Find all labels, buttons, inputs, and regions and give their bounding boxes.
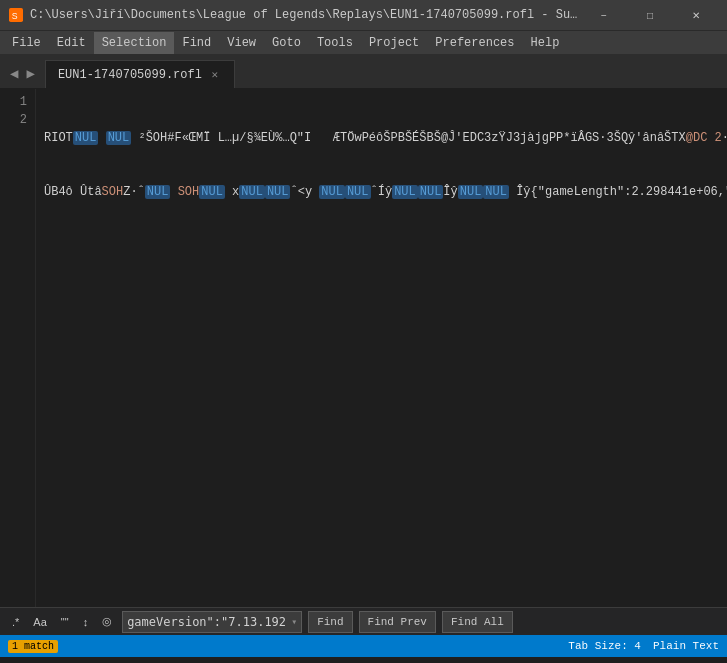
context-button[interactable]: ◎ <box>98 613 116 630</box>
title-bar: S C:\Users\Jiří\Documents\League of Lege… <box>0 0 727 30</box>
find-input-wrapper: ▾ <box>122 611 302 633</box>
window-title: C:\Users\Jiří\Documents\League of Legend… <box>30 8 581 22</box>
regex-toggle-button[interactable]: .* <box>8 614 23 630</box>
window-controls: − □ ✕ <box>581 0 719 30</box>
line-num-2: 2 <box>8 111 27 129</box>
code-line-2: ÛB4ô ÛtâSOHZ·ˆNUL SOHNUL xNULNULˆ<y NULN… <box>44 183 719 201</box>
tab-size[interactable]: Tab Size: 4 <box>568 640 641 652</box>
menu-bar: File Edit Selection Find View Goto Tools… <box>0 30 727 54</box>
tab-label: EUN1-1740705099.rofl <box>58 68 202 82</box>
menu-goto[interactable]: Goto <box>264 32 309 54</box>
find-all-button[interactable]: Find All <box>442 611 513 633</box>
find-input[interactable] <box>127 615 287 629</box>
menu-edit[interactable]: Edit <box>49 32 94 54</box>
line-num-1: 1 <box>8 93 27 111</box>
menu-selection[interactable]: Selection <box>94 32 175 54</box>
menu-project[interactable]: Project <box>361 32 427 54</box>
code-line-1: RIOTNUL NUL ²ŠOH#F«ŒMÏ L…µ/§¾EÙ%…Q"I ÆTÖ… <box>44 129 719 147</box>
preserve-case-button[interactable]: ↕ <box>79 614 93 630</box>
status-left: 1 match <box>8 640 552 653</box>
minimize-button[interactable]: − <box>581 0 627 30</box>
case-toggle-button[interactable]: Aa <box>29 614 50 630</box>
editor-area: 1 2 RIOTNUL NUL ²ŠOH#F«ŒMÏ L…µ/§¾EÙ%…Q"I… <box>0 89 727 607</box>
find-dropdown-arrow[interactable]: ▾ <box>291 616 297 628</box>
tab-close-button[interactable]: ✕ <box>208 68 222 82</box>
app-icon: S <box>8 7 24 23</box>
editor-tab[interactable]: EUN1-1740705099.rofl ✕ <box>45 60 235 88</box>
maximize-button[interactable]: □ <box>627 0 673 30</box>
match-count[interactable]: 1 match <box>8 640 58 653</box>
nav-arrows: ◀ ▶ <box>8 65 37 88</box>
tab-bar: ◀ ▶ EUN1-1740705099.rofl ✕ <box>0 54 727 89</box>
menu-view[interactable]: View <box>219 32 264 54</box>
word-toggle-button[interactable]: "" <box>57 614 73 630</box>
find-bar: .* Aa "" ↕ ◎ ▾ Find Find Prev Find All <box>0 607 727 635</box>
close-button[interactable]: ✕ <box>673 0 719 30</box>
line-numbers: 1 2 <box>0 89 36 607</box>
menu-help[interactable]: Help <box>523 32 568 54</box>
svg-text:S: S <box>12 11 18 21</box>
nav-forward-arrow[interactable]: ▶ <box>24 65 36 82</box>
nav-back-arrow[interactable]: ◀ <box>8 65 20 82</box>
status-bar: 1 match Tab Size: 4 Plain Text <box>0 635 727 657</box>
encoding[interactable]: Plain Text <box>653 640 719 652</box>
menu-tools[interactable]: Tools <box>309 32 361 54</box>
status-right: Tab Size: 4 Plain Text <box>568 640 719 652</box>
menu-preferences[interactable]: Preferences <box>427 32 522 54</box>
code-content[interactable]: RIOTNUL NUL ²ŠOH#F«ŒMÏ L…µ/§¾EÙ%…Q"I ÆTÖ… <box>36 89 727 607</box>
menu-find[interactable]: Find <box>174 32 219 54</box>
find-prev-button[interactable]: Find Prev <box>359 611 436 633</box>
menu-file[interactable]: File <box>4 32 49 54</box>
find-button[interactable]: Find <box>308 611 352 633</box>
